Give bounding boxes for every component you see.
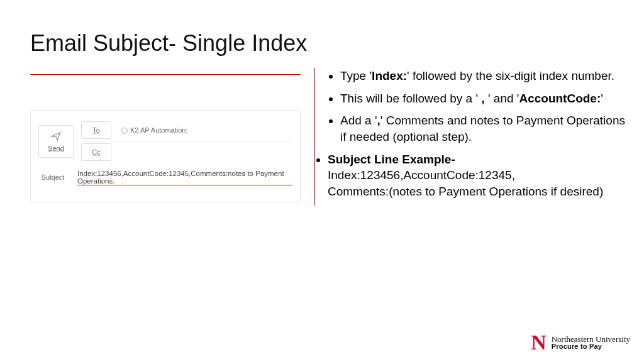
- logo-n-icon: N: [531, 332, 547, 353]
- cc-button[interactable]: Cc: [81, 143, 111, 161]
- send-label: Send: [48, 145, 64, 152]
- subject-label: Subject: [38, 169, 67, 185]
- slide-title: Email Subject- Single Index: [30, 30, 307, 57]
- subject-row: Subject Index:123456,AccountCode:12345,C…: [38, 167, 292, 188]
- list-item: Type 'Index:' followed by the six-digit …: [340, 68, 628, 84]
- instructions-panel: Type 'Index:' followed by the six-digit …: [314, 68, 628, 206]
- footer-logo: N Northeastern University Procure to Pay: [531, 332, 630, 353]
- logo-text: Northeastern University Procure to Pay: [552, 335, 630, 350]
- to-field[interactable]: K2 AP Automation;: [119, 126, 292, 134]
- email-header-stack: Send To K2 AP Automation; Cc: [38, 119, 292, 163]
- list-item: This will be followed by a ' , ' and 'Ac…: [340, 90, 628, 107]
- recipient-chip-icon: [121, 128, 128, 134]
- title-underline: [30, 74, 301, 75]
- to-button[interactable]: To: [81, 121, 111, 139]
- instruction-list: Type 'Index:' followed by the six-digit …: [326, 68, 628, 199]
- email-preview-panel: Send To K2 AP Automation; Cc Subject: [30, 110, 301, 202]
- list-item: Add a ',' Comments and notes to Payment …: [340, 112, 628, 145]
- subject-field[interactable]: Index:123456,AccountCode:12345,Comments:…: [75, 170, 292, 185]
- to-row: To K2 AP Automation;: [81, 119, 292, 141]
- send-button[interactable]: Send: [38, 125, 74, 158]
- cc-row: Cc: [81, 141, 292, 163]
- to-value: K2 AP Automation;: [130, 126, 188, 134]
- list-item: Subject Line Example- Index:123456,Accou…: [328, 151, 628, 200]
- send-icon: [50, 131, 62, 142]
- logo-line2: Procure to Pay: [552, 343, 630, 350]
- subject-value: Index:123456,AccountCode:12345,Comments:…: [77, 170, 292, 185]
- email-compose-card: Send To K2 AP Automation; Cc Subject: [30, 110, 301, 202]
